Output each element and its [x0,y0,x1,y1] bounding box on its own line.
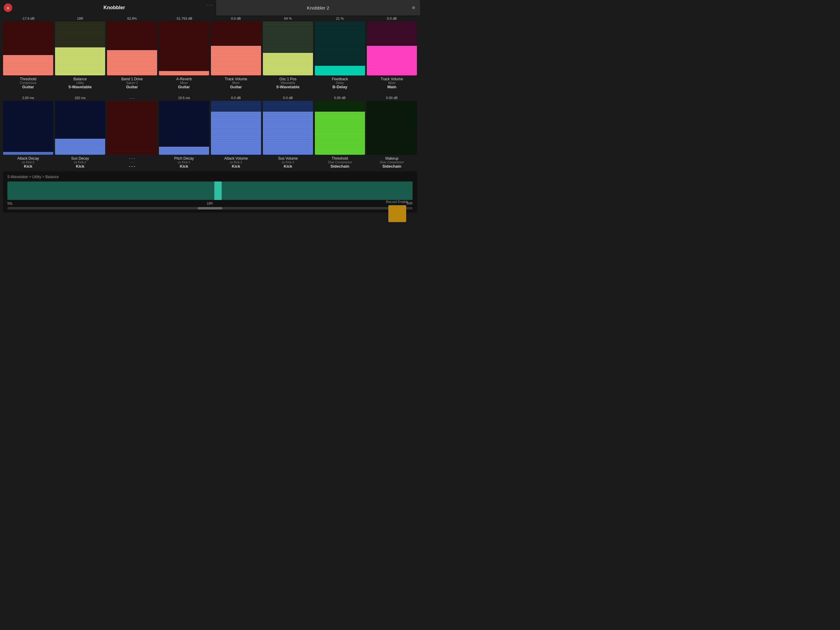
knob-visual-r1-c3[interactable] [159,22,209,75]
knob-label-main-r1-c0: Threshold [20,77,36,81]
knob-value-r1-c5: 54 % [284,17,292,20]
knob-value-r1-c6: 21 % [336,17,344,20]
knob-visual-r2-c6[interactable] [315,101,365,155]
scrollbar-thumb[interactable] [198,207,222,209]
knob-label-track-r1-c3: Guitar [178,85,190,89]
knob-value-r2-c6: 0.00 dB [334,96,346,100]
knob-label-main-r1-c4: Track Volume [225,77,247,81]
status-dot [412,6,415,9]
knob-visual-r1-c6[interactable] [315,22,365,75]
scrollbar[interactable] [7,207,413,209]
knob-label-main-r2-c6: Threshold [332,156,348,161]
knob-fill-r1-c3 [159,71,209,75]
knob-label-track-r2-c6: Sidechain [330,164,349,169]
knob-visual-r2-c7[interactable] [367,101,417,155]
knob-visual-r1-c4[interactable] [211,22,261,75]
knob-fill-r1-c7 [367,46,417,75]
knob-label-track-r1-c6: B-Delay [332,85,347,89]
close-button[interactable]: x [4,3,12,12]
knob-value-r1-c4: 0.0 dB [231,17,241,20]
knob-label-track-r2-c4: Kick [232,164,240,169]
knob-label-track-r2-c0: Kick [24,164,32,169]
knob-visual-r1-c1[interactable] [55,22,105,75]
knob-label-sub-r2-c3: zs Kick-2 [178,161,190,164]
knob-cell-r2-c3[interactable]: 19.5 msPitch Decayzs Kick-2Kick [159,96,209,169]
knob-label-sub-r2-c2: - - - [130,161,135,164]
knob-visual-r1-c0[interactable] [3,22,53,75]
knob-label-track-r1-c1: 5-Wavetable [69,85,92,89]
knob-label-sub-r1-c6: Delay [336,81,344,85]
record-enable-area: Record Enable [386,200,408,222]
slider-label-center: 18R [207,201,213,205]
knob-visual-r1-c5[interactable] [263,22,313,75]
knob-label-track-r1-c7: Main [387,85,396,89]
knob-cell-r2-c0[interactable]: 2.00 msAttack Decayzs Kick-2Kick [3,96,53,169]
knob-cell-r1-c5[interactable]: 54 %Osc 1 PosWavetable5-Wavetable [263,17,313,89]
knob-label-track-r1-c2: Guitar [126,85,138,89]
knob-value-r2-c5: 0.0 dB [283,96,293,100]
knob-label-sub-r2-c4: zs Kick-2 [230,161,242,164]
knob-label-main-r1-c3: A-Reverb [176,77,192,81]
balance-slider-track[interactable] [7,182,413,200]
knob-cell-r1-c1[interactable]: 18RBalanceUtility5-Wavetable [55,17,105,89]
knob-visual-r2-c2[interactable] [107,101,157,155]
balance-slider-thumb[interactable] [214,182,222,200]
knob-label-track-r2-c7: Sidechain [382,164,401,169]
knob-row-1: -17.6 dBThresholdCompressorGuitar18RBala… [3,17,417,89]
knob-value-r2-c4: 0.0 dB [231,96,241,100]
knob-fill-r2-c1 [55,139,105,155]
knob-label-sub-r1-c1: Utility [76,81,84,85]
knob-visual-r2-c4[interactable] [211,101,261,155]
knob-fill-r2-c4 [211,112,261,155]
knob-label-main-r1-c6: Feedback [332,77,348,81]
knob-cell-r1-c7[interactable]: 0.0 dBTrack VolumeMixerMain [367,17,417,89]
tab-knobbler2[interactable]: Knobbler 2 [288,2,348,14]
knob-label-sub-r1-c2: Saturn 2 [126,81,138,85]
knob-fill-r2-c0 [3,152,53,155]
knob-label-track-r2-c5: Kick [284,164,292,169]
knob-label-track-r2-c3: Kick [180,164,188,169]
knob-label-main-r2-c2: - - - [129,156,135,161]
knob-value-r2-c3: 19.5 ms [178,96,190,100]
knob-label-track-r2-c1: Kick [76,164,84,169]
knob-label-main-r2-c7: Makeup [385,156,398,161]
knob-cell-r2-c6[interactable]: 0.00 dBThresholdGlue CompressorSidechain [315,96,365,169]
knob-visual-r1-c2[interactable] [107,22,157,75]
knob-label-sub-r1-c0: Compressor [20,81,36,85]
knob-cell-r1-c0[interactable]: -17.6 dBThresholdCompressorGuitar [3,17,53,89]
knob-visual-r2-c0[interactable] [3,101,53,155]
knob-label-track-r1-c4: Guitar [230,85,242,89]
knob-label-sub-r1-c3: Mixer [180,81,188,85]
knob-label-track-r1-c5: 5-Wavetable [276,85,300,89]
knob-cell-r1-c3[interactable]: -51.763 dBA-ReverbMixerGuitar [159,17,209,89]
knob-value-r1-c1: 18R [77,17,83,20]
knob-fill-r1-c2 [107,50,157,75]
tab-knobbler2-area[interactable]: Knobbler 2 [216,0,420,15]
bottom-path-label: 5-Wavetable > Utility > Balance [7,175,413,179]
knob-cell-r2-c7[interactable]: 0.00 dBMakeupGlue CompressorSidechain [367,96,417,169]
window-dots: ··· [206,2,214,8]
record-enable-label: Record Enable [386,200,408,204]
knob-cell-r2-c5[interactable]: 0.0 dBSus Volumezs Kick-2Kick [263,96,313,169]
tab-knobbler[interactable]: Knobbler [85,2,143,14]
knob-label-main-r2-c0: Attack Decay [17,156,39,161]
knob-cell-r1-c6[interactable]: 21 %FeedbackDelayB-Delay [315,17,365,89]
knob-label-sub-r1-c4: Mixer [232,81,240,85]
knob-cell-r2-c4[interactable]: 0.0 dBAttack Volumezs Kick-2Kick [211,96,261,169]
record-enable-button[interactable] [388,205,406,222]
knob-visual-r2-c3[interactable] [159,101,209,155]
knob-value-r2-c1: 182 ms [74,96,85,100]
knob-visual-r2-c1[interactable] [55,101,105,155]
knob-cell-r2-c2[interactable]: - - -- - -- - -- - - [107,96,157,169]
knob-label-track-r1-c0: Guitar [22,85,34,89]
knob-label-main-r2-c4: Attack Volume [224,156,248,161]
knob-cell-r1-c4[interactable]: 0.0 dBTrack VolumeMixerGuitar [211,17,261,89]
knob-cell-r1-c2[interactable]: 62.8%Band 1 DriveSaturn 2Guitar [107,17,157,89]
knob-visual-r1-c7[interactable] [367,22,417,75]
knob-fill-r2-c6 [315,112,365,155]
knob-cell-r2-c1[interactable]: 182 msSus Decayzs Kick-2Kick [55,96,105,169]
knob-visual-r2-c5[interactable] [263,101,313,155]
knob-row-2: 2.00 msAttack Decayzs Kick-2Kick182 msSu… [3,96,417,169]
knob-label-sub-r2-c0: zs Kick-2 [22,161,35,164]
knob-value-r2-c7: 0.00 dB [386,96,398,100]
